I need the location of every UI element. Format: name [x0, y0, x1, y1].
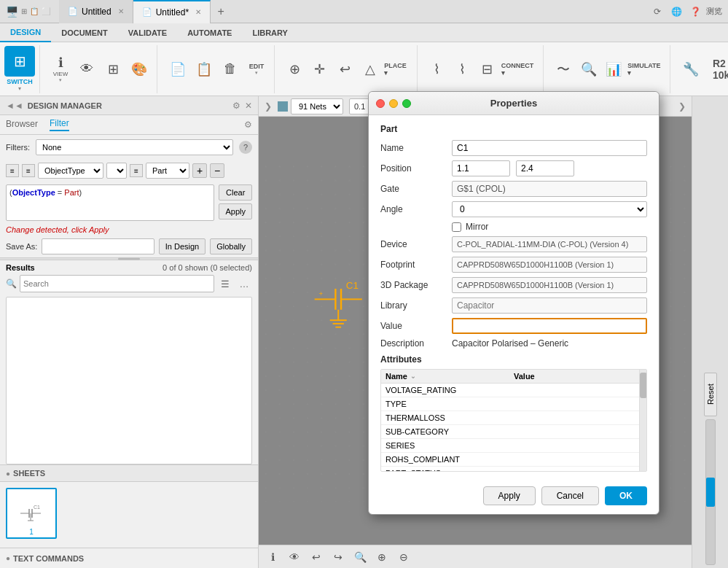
- toolbar-tab-library[interactable]: LIBRARY: [242, 23, 297, 42]
- canvas-info-icon[interactable]: ℹ: [265, 549, 281, 565]
- expression-box[interactable]: (ObjectType = Part): [6, 184, 214, 221]
- in-design-button[interactable]: In Design: [159, 238, 206, 254]
- search-icon: 🔍: [6, 279, 17, 289]
- tab-untitled[interactable]: 📄 Untitled ✕: [59, 0, 133, 23]
- toolbar-tab-validate[interactable]: VALIDATE: [118, 23, 177, 42]
- text-commands-bar: ● TEXT COMMANDS: [0, 548, 258, 568]
- titlebar-lang: 测览: [706, 6, 722, 17]
- text-commands-title: TEXT COMMANDS: [13, 554, 84, 563]
- inspector-button[interactable]: INSPECTOR: [431, 98, 490, 114]
- design-manager-header: ◄◄ DESIGN MANAGER ⚙ ✕: [0, 96, 258, 115]
- tab-star-close-icon[interactable]: ✕: [195, 8, 201, 16]
- help-icon[interactable]: ?: [239, 141, 252, 154]
- more-options-button[interactable]: …: [236, 276, 252, 292]
- change-notice: Change detected, click Apply: [0, 224, 258, 236]
- panel-settings-icon[interactable]: ⚙: [232, 101, 240, 111]
- sheets-header: ● SHEETS: [0, 464, 258, 482]
- canvas-redo-icon[interactable]: ↪: [330, 549, 346, 565]
- tab-untitled-star[interactable]: 📄 Untitled* ✕: [133, 0, 211, 23]
- results-count: 0 of 0 shown (0 selected): [163, 263, 252, 272]
- expand-left-icon[interactable]: ❯: [265, 101, 272, 112]
- canvas-undo-icon[interactable]: ↩: [308, 549, 324, 565]
- clear-button[interactable]: Clear: [219, 184, 252, 201]
- save-as-input[interactable]: [42, 238, 154, 254]
- sheet-number: 1: [29, 528, 34, 536]
- canvas-zoom-in-icon[interactable]: ⊕: [374, 549, 390, 565]
- value-select[interactable]: Part: [146, 163, 189, 179]
- list-view-button[interactable]: ☰: [217, 276, 233, 292]
- reset-button[interactable]: Reset: [704, 373, 717, 416]
- search-input[interactable]: [20, 275, 214, 292]
- expr-icon-1: ≡: [6, 164, 19, 177]
- apply-filter-button[interactable]: Apply: [219, 203, 252, 219]
- svg-rect-9: [259, 160, 692, 502]
- canvas-zoom-out-icon[interactable]: ⊖: [396, 549, 412, 565]
- filters-label: Filters:: [6, 143, 30, 152]
- svg-text:C1: C1: [346, 280, 359, 291]
- tool-group-place: ⊕ ✛ ↩ △ PLACE ▾: [278, 45, 418, 93]
- results-list: [6, 297, 252, 464]
- design-manager-title: DESIGN MANAGER: [28, 101, 102, 110]
- object-type-select[interactable]: ObjectType: [38, 163, 103, 179]
- results-label: Results: [6, 263, 35, 272]
- svg-text:+: +: [318, 289, 323, 297]
- tool-group-modify: 🔧 R210k ⟹ MODIFY ▾: [673, 45, 728, 93]
- tab-filter[interactable]: Filter: [50, 118, 69, 131]
- panel-close-icon[interactable]: ✕: [245, 101, 252, 111]
- toolbar-tab-document[interactable]: DOCUMENT: [51, 23, 118, 42]
- canvas-eye-icon[interactable]: 👁: [286, 549, 302, 565]
- net-selector-box: 91 Nets: [278, 98, 343, 114]
- expr-icon-3: ≡: [130, 164, 143, 177]
- svg-text:C1: C1: [34, 505, 40, 510]
- canvas-zoom-icon[interactable]: 🔍: [352, 549, 368, 565]
- tab-new-button[interactable]: +: [211, 0, 231, 23]
- panel-back-icon[interactable]: ◄◄: [6, 101, 23, 111]
- tab-browser[interactable]: Browser: [6, 119, 38, 131]
- titlebar-icon-1: ⟳: [649, 4, 665, 20]
- toolbar-tab-design[interactable]: DESIGN: [0, 23, 51, 42]
- expr-add-button[interactable]: +: [192, 163, 207, 178]
- save-as-label: Save As:: [6, 242, 37, 251]
- globally-button[interactable]: Globally: [210, 238, 252, 254]
- panel-tab-settings[interactable]: ⚙: [244, 120, 252, 130]
- tab-close-icon[interactable]: ✕: [118, 7, 124, 15]
- sheets-content: C1 1: [0, 482, 258, 548]
- titlebar-icon-2: 🌐: [668, 4, 684, 20]
- tool-group-switch: ⊞ SWITCH ▾: [4, 45, 40, 93]
- sheets-title: SHEETS: [13, 469, 45, 478]
- expr-remove-button[interactable]: −: [210, 163, 224, 178]
- tool-group-simulate: 〜 🔍 📊 SIMULATE ▾: [547, 45, 670, 93]
- tool-group-view: ℹ VIEW ▾ 👁 ⊞ 🎨: [43, 45, 157, 93]
- tool-group-connect: ⌇ ⌇ ⊟ CONNECT ▾: [420, 45, 544, 93]
- titlebar-icon-3: ❓: [687, 4, 703, 20]
- clip-button[interactable]: Clip: [398, 98, 425, 114]
- tool-group-edit: 📄 📋 🗑 EDIT ▾: [160, 45, 275, 93]
- tab-untitled-label: Untitled: [82, 7, 111, 17]
- net-dropdown[interactable]: 91 Nets: [291, 98, 343, 114]
- filters-select[interactable]: None: [36, 139, 233, 155]
- expr-icon-2: ≡: [22, 164, 35, 177]
- expand-right-icon[interactable]: ❯: [678, 101, 686, 112]
- operator-select[interactable]: =: [106, 163, 127, 179]
- tab-untitled-star-label: Untitled*: [156, 7, 189, 17]
- toolbar-tab-automate[interactable]: AUTOMATE: [177, 23, 242, 42]
- unit-display: 0.1 inch (: [349, 98, 392, 114]
- sheet-1[interactable]: C1 1: [6, 488, 57, 539]
